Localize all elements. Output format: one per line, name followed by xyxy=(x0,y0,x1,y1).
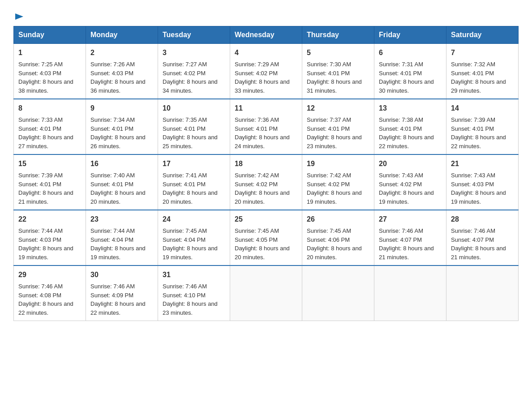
day-number: 16 xyxy=(90,158,153,169)
day-sunset: Sunset: 4:09 PM xyxy=(90,292,133,299)
calendar-day-cell: 4 Sunrise: 7:29 AM Sunset: 4:02 PM Dayli… xyxy=(230,44,302,99)
calendar-day-cell: 26 Sunrise: 7:45 AM Sunset: 4:06 PM Dayl… xyxy=(302,210,374,265)
logo-triangle-icon xyxy=(14,12,24,21)
calendar-week-row: 15 Sunrise: 7:39 AM Sunset: 4:01 PM Dayl… xyxy=(14,154,519,210)
calendar-table: SundayMondayTuesdayWednesdayThursdayFrid… xyxy=(13,26,519,321)
day-sunset: Sunset: 4:07 PM xyxy=(451,236,494,243)
day-sunset: Sunset: 4:01 PM xyxy=(235,125,278,132)
day-sunset: Sunset: 4:07 PM xyxy=(379,236,422,243)
day-number: 5 xyxy=(307,47,369,58)
day-number: 15 xyxy=(18,158,81,169)
day-daylight: Daylight: 8 hours and 19 minutes. xyxy=(18,245,73,261)
day-daylight: Daylight: 8 hours and 21 minutes. xyxy=(451,245,506,261)
day-sunset: Sunset: 4:01 PM xyxy=(90,125,133,132)
day-daylight: Daylight: 8 hours and 20 minutes. xyxy=(307,245,362,261)
day-sunrise: Sunrise: 7:46 AM xyxy=(90,283,135,290)
day-number: 20 xyxy=(379,158,442,169)
calendar-day-cell: 1 Sunrise: 7:25 AM Sunset: 4:03 PM Dayli… xyxy=(14,44,86,99)
day-sunrise: Sunrise: 7:32 AM xyxy=(451,61,495,68)
day-daylight: Daylight: 8 hours and 20 minutes. xyxy=(90,189,146,205)
calendar-day-cell: 28 Sunrise: 7:46 AM Sunset: 4:07 PM Dayl… xyxy=(446,210,519,265)
calendar-day-cell: 14 Sunrise: 7:39 AM Sunset: 4:01 PM Dayl… xyxy=(446,99,519,154)
calendar-week-row: 29 Sunrise: 7:46 AM Sunset: 4:08 PM Dayl… xyxy=(14,265,519,321)
logo xyxy=(13,13,24,21)
calendar-day-cell: 11 Sunrise: 7:36 AM Sunset: 4:01 PM Dayl… xyxy=(230,99,302,154)
day-sunrise: Sunrise: 7:41 AM xyxy=(163,172,207,179)
day-sunset: Sunset: 4:01 PM xyxy=(163,181,206,188)
day-daylight: Daylight: 8 hours and 22 minutes. xyxy=(451,134,506,150)
calendar-day-cell: 23 Sunrise: 7:44 AM Sunset: 4:04 PM Dayl… xyxy=(86,210,158,265)
calendar-header-friday: Friday xyxy=(374,26,446,44)
day-daylight: Daylight: 8 hours and 22 minutes. xyxy=(18,300,73,316)
day-sunset: Sunset: 4:08 PM xyxy=(18,292,61,299)
day-sunset: Sunset: 4:01 PM xyxy=(451,125,494,132)
day-sunrise: Sunrise: 7:30 AM xyxy=(307,61,351,68)
calendar-day-cell: 17 Sunrise: 7:41 AM Sunset: 4:01 PM Dayl… xyxy=(158,154,230,210)
calendar-day-cell: 27 Sunrise: 7:46 AM Sunset: 4:07 PM Dayl… xyxy=(374,210,446,265)
day-sunrise: Sunrise: 7:44 AM xyxy=(90,227,135,234)
calendar-day-cell xyxy=(374,265,446,321)
day-daylight: Daylight: 8 hours and 19 minutes. xyxy=(307,189,362,205)
calendar-header-thursday: Thursday xyxy=(302,26,374,44)
day-daylight: Daylight: 8 hours and 22 minutes. xyxy=(90,300,146,316)
day-sunrise: Sunrise: 7:46 AM xyxy=(163,283,207,290)
day-sunrise: Sunrise: 7:35 AM xyxy=(163,116,207,123)
day-daylight: Daylight: 8 hours and 24 minutes. xyxy=(235,134,290,150)
calendar-header-sunday: Sunday xyxy=(14,26,86,44)
day-sunrise: Sunrise: 7:39 AM xyxy=(18,172,63,179)
day-sunrise: Sunrise: 7:42 AM xyxy=(307,172,351,179)
calendar-week-row: 8 Sunrise: 7:33 AM Sunset: 4:01 PM Dayli… xyxy=(14,99,519,154)
calendar-day-cell xyxy=(230,265,302,321)
day-sunset: Sunset: 4:01 PM xyxy=(18,181,61,188)
day-daylight: Daylight: 8 hours and 23 minutes. xyxy=(163,300,218,316)
calendar-day-cell: 13 Sunrise: 7:38 AM Sunset: 4:01 PM Dayl… xyxy=(374,99,446,154)
day-sunrise: Sunrise: 7:26 AM xyxy=(90,61,135,68)
day-number: 24 xyxy=(163,214,225,225)
day-number: 1 xyxy=(18,47,81,58)
day-number: 17 xyxy=(163,158,225,169)
svg-marker-0 xyxy=(15,13,23,20)
calendar-day-cell: 21 Sunrise: 7:43 AM Sunset: 4:03 PM Dayl… xyxy=(446,154,519,210)
calendar-day-cell: 20 Sunrise: 7:43 AM Sunset: 4:02 PM Dayl… xyxy=(374,154,446,210)
day-sunrise: Sunrise: 7:43 AM xyxy=(451,172,495,179)
calendar-body: 1 Sunrise: 7:25 AM Sunset: 4:03 PM Dayli… xyxy=(14,44,519,321)
day-number: 3 xyxy=(163,47,225,58)
day-sunset: Sunset: 4:03 PM xyxy=(90,70,133,77)
day-sunset: Sunset: 4:02 PM xyxy=(379,181,422,188)
day-sunrise: Sunrise: 7:31 AM xyxy=(379,61,423,68)
day-number: 25 xyxy=(235,214,297,225)
day-daylight: Daylight: 8 hours and 19 minutes. xyxy=(451,189,506,205)
day-sunset: Sunset: 4:04 PM xyxy=(90,236,133,243)
day-sunset: Sunset: 4:10 PM xyxy=(163,292,206,299)
calendar-week-row: 22 Sunrise: 7:44 AM Sunset: 4:03 PM Dayl… xyxy=(14,210,519,265)
day-sunrise: Sunrise: 7:34 AM xyxy=(90,116,135,123)
calendar-day-cell: 15 Sunrise: 7:39 AM Sunset: 4:01 PM Dayl… xyxy=(14,154,86,210)
day-daylight: Daylight: 8 hours and 20 minutes. xyxy=(163,189,218,205)
day-daylight: Daylight: 8 hours and 25 minutes. xyxy=(163,134,218,150)
day-number: 2 xyxy=(90,47,153,58)
calendar-header-tuesday: Tuesday xyxy=(158,26,230,44)
day-number: 19 xyxy=(307,158,369,169)
day-number: 12 xyxy=(307,103,369,114)
day-number: 10 xyxy=(163,103,225,114)
day-sunset: Sunset: 4:01 PM xyxy=(90,181,133,188)
calendar-day-cell: 9 Sunrise: 7:34 AM Sunset: 4:01 PM Dayli… xyxy=(86,99,158,154)
calendar-header-saturday: Saturday xyxy=(446,26,519,44)
calendar-day-cell: 5 Sunrise: 7:30 AM Sunset: 4:01 PM Dayli… xyxy=(302,44,374,99)
day-daylight: Daylight: 8 hours and 19 minutes. xyxy=(163,245,218,261)
day-sunrise: Sunrise: 7:44 AM xyxy=(18,227,63,234)
day-sunset: Sunset: 4:01 PM xyxy=(163,125,206,132)
day-sunset: Sunset: 4:01 PM xyxy=(379,125,422,132)
day-number: 14 xyxy=(451,103,514,114)
day-sunset: Sunset: 4:03 PM xyxy=(18,236,61,243)
day-daylight: Daylight: 8 hours and 19 minutes. xyxy=(379,189,434,205)
day-number: 7 xyxy=(451,47,514,58)
calendar-day-cell: 3 Sunrise: 7:27 AM Sunset: 4:02 PM Dayli… xyxy=(158,44,230,99)
calendar-day-cell: 12 Sunrise: 7:37 AM Sunset: 4:01 PM Dayl… xyxy=(302,99,374,154)
day-sunset: Sunset: 4:01 PM xyxy=(18,125,61,132)
calendar-day-cell: 8 Sunrise: 7:33 AM Sunset: 4:01 PM Dayli… xyxy=(14,99,86,154)
day-sunset: Sunset: 4:01 PM xyxy=(379,70,422,77)
day-sunset: Sunset: 4:02 PM xyxy=(235,70,278,77)
calendar-day-cell: 22 Sunrise: 7:44 AM Sunset: 4:03 PM Dayl… xyxy=(14,210,86,265)
day-daylight: Daylight: 8 hours and 21 minutes. xyxy=(379,245,434,261)
